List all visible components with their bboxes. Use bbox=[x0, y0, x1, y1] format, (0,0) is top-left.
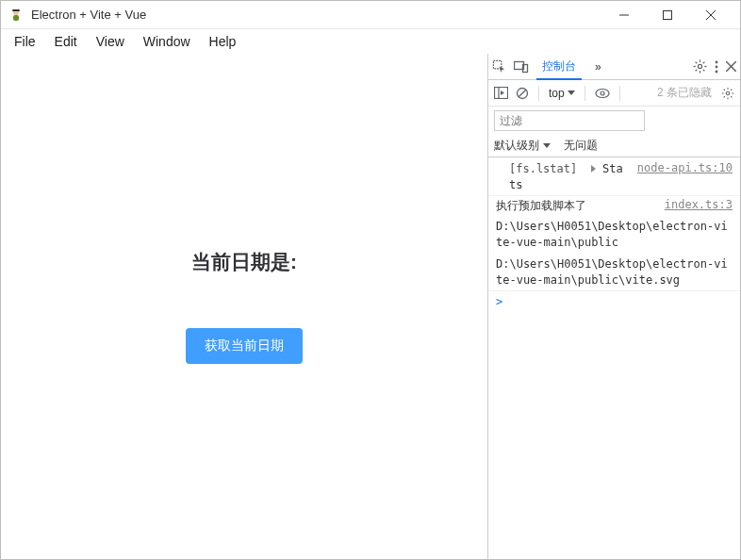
svg-line-36 bbox=[724, 89, 725, 90]
app-icon bbox=[8, 8, 24, 23]
close-button[interactable] bbox=[689, 1, 733, 29]
console-filter-input[interactable] bbox=[494, 110, 645, 131]
console-sidebar-toggle-icon[interactable] bbox=[494, 87, 508, 99]
svg-rect-4 bbox=[664, 10, 672, 19]
svg-rect-2 bbox=[12, 9, 20, 11]
svg-line-37 bbox=[731, 96, 732, 97]
separator bbox=[538, 86, 539, 101]
settings-icon[interactable] bbox=[693, 59, 707, 74]
content-area: 当前日期是: 获取当前日期 控制台 » bbox=[1, 54, 740, 559]
menu-file[interactable]: File bbox=[5, 31, 45, 52]
svg-point-31 bbox=[726, 91, 730, 95]
window-title: Electron + Vite + Vue bbox=[31, 8, 602, 22]
svg-point-21 bbox=[716, 70, 718, 73]
svg-point-10 bbox=[698, 64, 701, 68]
source-link[interactable]: node-api.ts:10 bbox=[637, 161, 733, 174]
svg-line-15 bbox=[696, 62, 698, 64]
menu-view[interactable]: View bbox=[87, 31, 134, 52]
console-toolbar: top 2 条已隐藏 bbox=[488, 80, 740, 107]
console-message: [fs.lstat] Stats bbox=[509, 161, 628, 193]
console-entry: 执行预加载脚本了 index.ts:3 D:\Users\H0051\Deskt… bbox=[488, 196, 740, 291]
device-toggle-icon[interactable] bbox=[514, 60, 529, 74]
chevron-down-icon bbox=[543, 143, 551, 148]
svg-point-29 bbox=[596, 89, 609, 97]
svg-line-16 bbox=[703, 70, 705, 72]
console-message-head: 执行预加载脚本了 bbox=[496, 198, 661, 214]
app-pane: 当前日期是: 获取当前日期 bbox=[1, 54, 487, 559]
clear-console-icon[interactable] bbox=[516, 87, 529, 100]
inspect-element-icon[interactable] bbox=[492, 59, 506, 74]
console-level-bar: 默认级别 无问题 bbox=[488, 135, 740, 157]
no-issues-label[interactable]: 无问题 bbox=[564, 138, 598, 154]
svg-point-20 bbox=[716, 65, 718, 68]
svg-point-19 bbox=[716, 60, 718, 63]
log-level-selector[interactable]: 默认级别 bbox=[494, 138, 551, 154]
page-heading: 当前日期是: bbox=[191, 249, 297, 275]
app-window: Electron + Vite + Vue File Edit View Win… bbox=[0, 0, 741, 560]
svg-rect-1 bbox=[13, 15, 19, 21]
svg-line-38 bbox=[724, 96, 725, 97]
svg-line-17 bbox=[696, 70, 698, 72]
console-input-prompt[interactable]: > bbox=[488, 291, 740, 312]
console-settings-icon[interactable] bbox=[721, 87, 734, 100]
menu-window[interactable]: Window bbox=[134, 31, 200, 52]
menu-help[interactable]: Help bbox=[200, 31, 246, 52]
minimize-button[interactable] bbox=[602, 1, 646, 29]
svg-marker-26 bbox=[501, 91, 504, 95]
svg-line-18 bbox=[703, 62, 705, 64]
maximize-button[interactable] bbox=[646, 1, 689, 29]
tab-console[interactable]: 控制台 bbox=[536, 55, 582, 80]
devtools-close-icon[interactable] bbox=[726, 61, 736, 72]
hidden-message-count[interactable]: 2 条已隐藏 bbox=[630, 85, 714, 101]
disclosure-triangle-icon[interactable] bbox=[591, 165, 596, 173]
devtools-tabbar: 控制台 » bbox=[488, 54, 740, 80]
chevron-down-icon bbox=[568, 91, 575, 95]
console-message-line: D:\Users\H0051\Desktop\electron-vite-vue… bbox=[496, 256, 733, 288]
menubar: File Edit View Window Help bbox=[1, 29, 740, 54]
console-message-line: D:\Users\H0051\Desktop\electron-vite-vue… bbox=[496, 219, 733, 251]
svg-point-30 bbox=[601, 91, 604, 95]
context-selector[interactable]: top bbox=[549, 87, 575, 100]
source-link[interactable]: index.ts:3 bbox=[665, 198, 733, 214]
menu-edit[interactable]: Edit bbox=[45, 31, 87, 52]
context-selector-label: top bbox=[549, 87, 565, 100]
tab-more[interactable]: » bbox=[589, 54, 607, 79]
console-output: [fs.lstat] Stats node-api.ts:10 执行预加载脚本了… bbox=[488, 157, 740, 559]
more-options-icon[interactable] bbox=[715, 60, 718, 74]
console-entry: [fs.lstat] Stats node-api.ts:10 bbox=[488, 159, 740, 196]
separator bbox=[619, 86, 620, 101]
titlebar: Electron + Vite + Vue bbox=[1, 1, 740, 29]
separator bbox=[585, 86, 585, 101]
log-level-label: 默认级别 bbox=[494, 138, 539, 154]
devtools-panel: 控制台 » bbox=[487, 54, 740, 559]
live-expression-icon[interactable] bbox=[595, 88, 610, 99]
svg-line-28 bbox=[519, 90, 526, 97]
svg-line-39 bbox=[731, 89, 732, 90]
get-date-button[interactable]: 获取当前日期 bbox=[186, 328, 303, 364]
console-filter-bar bbox=[488, 107, 740, 135]
